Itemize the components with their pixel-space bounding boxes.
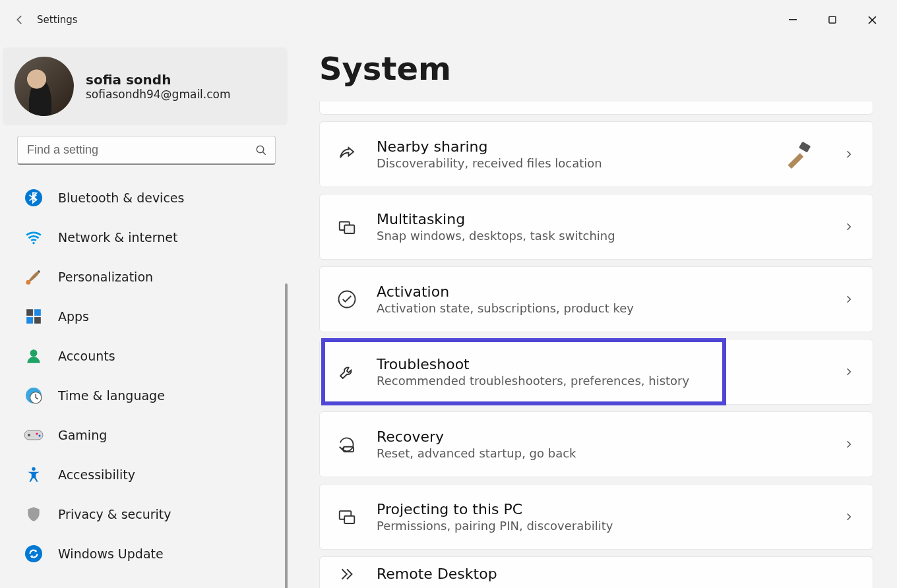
card-title: Remote Desktop [377,566,858,582]
projecting-icon [336,506,358,528]
wifi-icon [24,227,44,247]
card-partial-above[interactable] [319,102,873,115]
svg-point-17 [32,467,35,471]
titlebar: Settings [0,0,897,40]
update-icon [24,544,44,564]
avatar [15,57,74,116]
app-title: Settings [37,14,78,26]
card-title: Activation [377,283,821,300]
sidebar-item-update[interactable]: Windows Update [15,534,290,573]
card-remote-desktop[interactable]: Remote Desktop [319,556,873,588]
card-title: Nearby sharing [377,138,766,155]
svg-point-15 [36,433,38,435]
sidebar-item-accessibility[interactable]: Accessibility [15,455,290,494]
sidebar-item-network[interactable]: Network & internet [15,218,290,257]
chevron-right-icon [840,508,858,526]
sidebar-item-bluetooth[interactable]: Bluetooth & devices [15,178,290,218]
svg-rect-7 [34,309,41,316]
svg-point-4 [32,242,34,244]
svg-rect-8 [26,317,33,324]
share-icon [336,143,358,165]
card-activation[interactable]: Activation Activation state, subscriptio… [319,266,873,332]
svg-rect-6 [26,309,33,316]
page-title: System [319,50,873,87]
sidebar-item-accounts[interactable]: Accounts [15,336,290,376]
card-projecting[interactable]: Projecting to this PC Permissions, pairi… [319,484,873,550]
sidebar-item-label: Gaming [58,428,107,442]
minimize-button[interactable] [773,7,813,33]
brush-icon [24,267,44,287]
user-info: sofia sondh sofiasondh94@gmail.com [86,72,231,101]
sidebar-item-privacy[interactable]: Privacy & security [15,494,290,534]
card-body: Troubleshoot Recommended troubleshooters… [377,356,821,388]
svg-rect-21 [344,225,354,234]
card-recovery[interactable]: Recovery Reset, advanced startup, go bac… [319,411,873,477]
sidebar-item-time[interactable]: Time & language [15,376,290,415]
recovery-icon [336,433,358,456]
card-title: Troubleshoot [377,356,821,372]
card-subtitle: Activation state, subscriptions, product… [377,301,821,315]
svg-rect-19 [799,142,811,153]
card-list: Nearby sharing Discoverability, received… [319,102,873,588]
user-card[interactable]: sofia sondh sofiasondh94@gmail.com [3,47,288,125]
card-body: Multitasking Snap windows, desktops, tas… [377,211,821,243]
check-circle-icon [336,288,358,310]
sidebar-item-label: Personalization [58,270,153,284]
remote-icon [336,563,358,585]
svg-rect-9 [34,317,41,324]
back-button[interactable] [5,5,34,34]
svg-point-14 [28,434,30,436]
sidebar-item-label: Apps [58,309,89,324]
maximize-button[interactable] [813,7,852,33]
sidebar-item-label: Network & internet [58,230,177,245]
sidebar-item-label: Time & language [58,388,165,403]
card-body: Recovery Reset, advanced startup, go bac… [377,428,821,460]
main: System Nearby sharing Discoverability, r… [290,40,897,588]
person-icon [24,346,44,366]
user-email: sofiasondh94@gmail.com [86,88,231,101]
svg-point-16 [39,435,41,437]
sidebar: sofia sondh sofiasondh94@gmail.com Bluet… [0,40,290,588]
svg-rect-1 [829,16,836,23]
nav-list: Bluetooth & devices Network & internet P… [3,178,290,573]
card-troubleshoot[interactable]: Troubleshoot Recommended troubleshooters… [319,339,873,405]
card-subtitle: Snap windows, desktops, task switching [377,229,821,243]
sidebar-scrollbar[interactable] [285,283,288,588]
bluetooth-icon [24,188,44,208]
card-subtitle: Recommended troubleshooters, preferences… [377,374,821,388]
sidebar-item-label: Accessibility [58,467,135,482]
chevron-right-icon [840,218,858,236]
card-nearby-sharing[interactable]: Nearby sharing Discoverability, received… [319,121,873,187]
card-body: Nearby sharing Discoverability, received… [377,138,766,170]
svg-point-2 [257,146,264,153]
wrench-icon [336,361,358,383]
card-title: Recovery [377,428,821,445]
card-title: Projecting to this PC [377,501,821,517]
sidebar-item-personalization[interactable]: Personalization [15,257,290,297]
hammer-icon [784,140,813,169]
chevron-right-icon [840,435,858,454]
chevron-right-icon [840,145,858,163]
card-multitasking[interactable]: Multitasking Snap windows, desktops, tas… [319,194,873,260]
card-subtitle: Permissions, pairing PIN, discoverabilit… [377,519,821,533]
clock-globe-icon [24,386,44,405]
sidebar-item-gaming[interactable]: Gaming [15,415,290,455]
card-title: Multitasking [377,211,821,227]
gamepad-icon [24,425,44,445]
close-button[interactable] [852,7,892,33]
card-subtitle: Discoverability, received files location [377,156,766,170]
sidebar-item-label: Accounts [58,349,115,363]
svg-rect-25 [344,516,354,523]
svg-point-5 [26,280,30,285]
sidebar-item-apps[interactable]: Apps [15,297,290,336]
search-input[interactable] [17,136,276,165]
svg-point-10 [30,349,38,357]
search-wrap [17,136,276,165]
sidebar-item-label: Windows Update [58,546,164,561]
chevron-right-icon [840,290,858,309]
search-button[interactable] [251,140,272,161]
user-name: sofia sondh [86,72,231,88]
chevron-right-icon [840,363,858,381]
card-subtitle: Reset, advanced startup, go back [377,446,821,460]
shield-icon [24,504,44,524]
